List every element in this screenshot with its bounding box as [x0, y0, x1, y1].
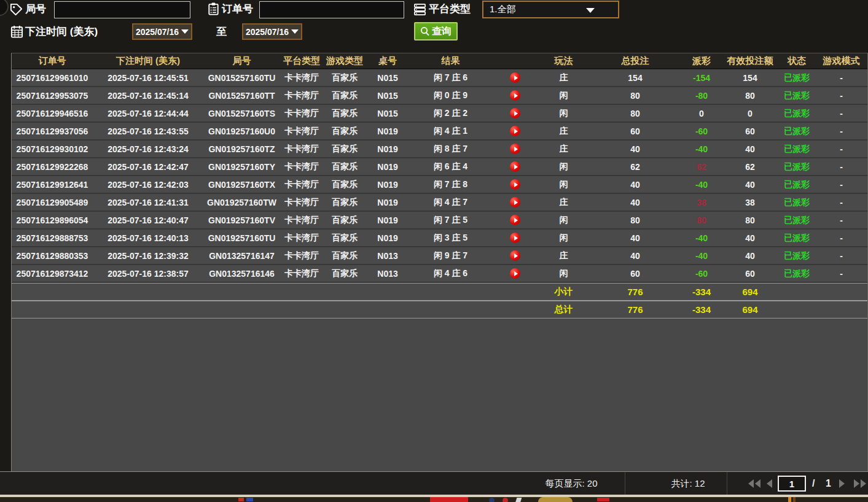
result-cell: 闲 7 庄 6 — [409, 69, 492, 86]
subtotal-payout: -334 — [681, 284, 722, 300]
bet_time-cell: 2025-07-16 12:40:47 — [93, 212, 203, 228]
play_type-cell: 庄 — [538, 123, 589, 139]
total_bet-cell: 40 — [589, 247, 681, 264]
total-total-bet: 776 — [589, 301, 681, 318]
total_bet-cell: 40 — [589, 141, 681, 157]
header-table_no: 桌号 — [366, 53, 409, 68]
status-cell: 已派彩 — [778, 176, 815, 193]
page-number-input[interactable] — [778, 476, 806, 492]
empty-cell — [366, 301, 409, 318]
order_no-cell: 250716129922268 — [12, 158, 93, 175]
game_type-cell: 百家乐 — [323, 105, 366, 122]
first-page-button[interactable] — [748, 479, 760, 488]
game_mode-cell: - — [815, 176, 867, 193]
page-separator: / — [812, 472, 815, 495]
play-icon[interactable] — [510, 90, 520, 101]
total_bet-cell: 40 — [589, 194, 681, 210]
platform-cell: 卡卡湾厅 — [280, 230, 323, 246]
bet_time-cell: 2025-07-16 12:39:32 — [93, 247, 203, 264]
game_type-cell: 百家乐 — [323, 69, 366, 86]
bet_time-cell: 2025-07-16 12:43:55 — [93, 123, 203, 139]
next-page-button[interactable] — [839, 479, 845, 488]
game_mode-cell: - — [815, 69, 867, 86]
play-triangle — [514, 75, 518, 80]
play-triangle — [514, 129, 518, 134]
round_no-cell: GN019257160TU — [203, 230, 280, 246]
play-icon[interactable] — [510, 126, 520, 136]
play-cell — [492, 194, 538, 210]
chevron-down-icon — [586, 8, 595, 13]
platform-cell: 卡卡湾厅 — [280, 87, 323, 104]
play-icon[interactable] — [510, 161, 520, 172]
last-page-button[interactable] — [854, 479, 866, 488]
round_no-cell: GN015257160TT — [203, 87, 280, 104]
play-cell — [492, 87, 538, 104]
table_no-cell: N019 — [366, 123, 409, 139]
play-icon[interactable] — [510, 72, 520, 83]
round_no-cell: GN015257160TS — [203, 105, 280, 122]
platform-type-select[interactable]: 1.全部 — [482, 1, 619, 18]
play-icon[interactable] — [510, 108, 520, 118]
play-icon[interactable] — [510, 179, 520, 190]
table-row: 2507161299465162025-07-16 12:44:44GN0152… — [12, 105, 867, 123]
empty-cell — [93, 301, 203, 318]
list-icon — [413, 2, 427, 17]
bet_time-cell: 2025-07-16 12:43:24 — [93, 141, 203, 157]
background-fragment — [238, 498, 244, 501]
valid_bet-cell: 80 — [722, 87, 778, 104]
date-from-picker[interactable]: 2025/07/16 — [132, 23, 192, 40]
game_mode-cell: - — [815, 123, 867, 139]
play-icon[interactable] — [510, 197, 520, 207]
date-to-picker[interactable]: 2025/07/16 — [242, 23, 302, 40]
play-cell — [492, 247, 538, 264]
platform-cell: 卡卡湾厅 — [280, 212, 323, 228]
background-button-fragment — [0, 0, 9, 16]
background-fragment — [502, 498, 508, 502]
table_no-cell: N019 — [366, 141, 409, 157]
total-valid-bet: 694 — [722, 301, 778, 318]
play-cell — [492, 265, 538, 282]
result-cell: 闲 6 庄 4 — [409, 158, 492, 175]
header-game_type: 游戏类型 — [323, 53, 366, 68]
total_bet-cell: 62 — [589, 158, 681, 175]
order_no-cell: 250716129873412 — [12, 265, 93, 282]
date-to-value: 2025/07/16 — [246, 27, 289, 37]
order-no-input[interactable] — [259, 1, 404, 18]
game_mode-cell: - — [815, 265, 867, 282]
total_bet-cell: 80 — [589, 212, 681, 228]
bet_time-cell: 2025-07-16 12:45:14 — [93, 87, 203, 104]
play-icon[interactable] — [510, 144, 520, 154]
header-order_no: 订单号 — [12, 53, 93, 68]
play-icon[interactable] — [510, 215, 520, 225]
table_no-cell: N015 — [366, 69, 409, 86]
round-no-input[interactable] — [54, 1, 190, 18]
bet_time-cell: 2025-07-16 12:42:03 — [93, 176, 203, 193]
game_type-cell: 百家乐 — [323, 158, 366, 175]
previous-page-button[interactable] — [767, 479, 772, 488]
platform-cell: 卡卡湾厅 — [280, 247, 323, 264]
platform-cell: 卡卡湾厅 — [280, 176, 323, 193]
order_no-cell: 250716129930102 — [12, 141, 93, 157]
empty-cell — [280, 284, 323, 300]
valid_bet-cell: 40 — [722, 247, 778, 264]
platform-cell: 卡卡湾厅 — [280, 105, 323, 122]
play_type-cell: 闲 — [538, 105, 589, 122]
arrow-left-icon — [767, 479, 772, 488]
play_type-cell: 庄 — [538, 247, 589, 264]
valid_bet-cell: 60 — [722, 265, 778, 282]
total_bet-cell: 60 — [589, 265, 681, 282]
background-game-strip — [0, 497, 868, 502]
header-platform: 平台类型 — [280, 53, 323, 68]
play-icon[interactable] — [510, 233, 520, 243]
play-icon[interactable] — [510, 250, 520, 261]
valid_bet-cell: 60 — [722, 123, 778, 139]
play-cell — [492, 230, 538, 246]
table-row: 2507161298803532025-07-16 12:39:32GN0132… — [12, 247, 867, 265]
query-button[interactable]: 查询 — [414, 22, 458, 41]
play-icon[interactable] — [510, 268, 520, 279]
valid_bet-cell: 0 — [722, 105, 778, 122]
total-payout: -334 — [681, 301, 722, 318]
subtotal-label: 小计 — [538, 284, 589, 300]
table-row: 2507161298734122025-07-16 12:38:57GN0132… — [12, 265, 867, 283]
total_bet-cell: 80 — [589, 87, 681, 104]
